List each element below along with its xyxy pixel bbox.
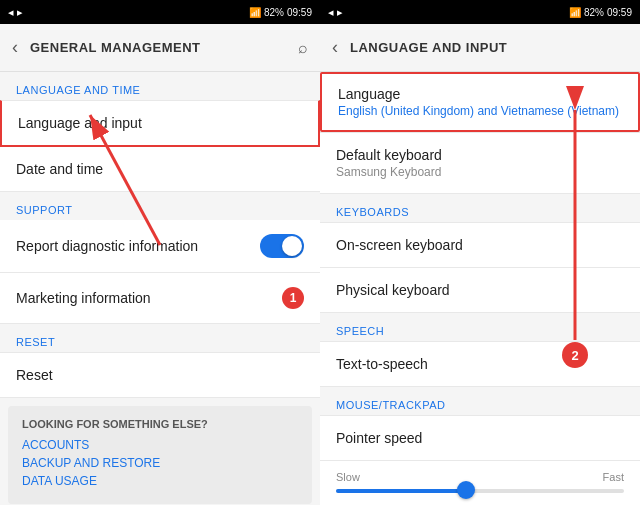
slider-labels: Slow Fast xyxy=(336,471,624,483)
badge-1: 1 xyxy=(282,287,304,309)
on-screen-keyboard-item[interactable]: On-screen keyboard xyxy=(320,222,640,268)
diagnostic-label: Report diagnostic information xyxy=(16,238,198,254)
search-icon[interactable]: ⌕ xyxy=(298,39,308,57)
slider-thumb[interactable] xyxy=(457,481,475,499)
reset-item[interactable]: Reset xyxy=(0,352,320,398)
accounts-link[interactable]: ACCOUNTS xyxy=(22,438,298,452)
slider-track[interactable] xyxy=(336,489,624,493)
pointer-speed-label: Pointer speed xyxy=(336,430,624,446)
section-label-support: SUPPORT xyxy=(0,192,320,220)
status-signal-right-icon: 📶 xyxy=(569,7,581,18)
physical-keyboard-label: Physical keyboard xyxy=(336,282,624,298)
marketing-label: Marketing information xyxy=(16,290,151,306)
status-battery: 82% xyxy=(264,7,284,18)
language-title: Language xyxy=(338,86,622,102)
slider-fill xyxy=(336,489,466,493)
right-panel-title: LANGUAGE AND INPUT xyxy=(350,40,628,55)
diagnostic-toggle[interactable] xyxy=(260,234,304,258)
left-panel-title: GENERAL MANAGEMENT xyxy=(30,40,286,55)
language-input-label: Language and input xyxy=(18,115,302,131)
section-label-language-time: LANGUAGE AND TIME xyxy=(0,72,320,100)
default-keyboard-item[interactable]: Default keyboard Samsung Keyboard xyxy=(320,132,640,194)
default-keyboard-subtitle: Samsung Keyboard xyxy=(336,165,624,179)
section-speech: SPEECH xyxy=(320,313,640,341)
status-battery-right: 82% xyxy=(584,7,604,18)
on-screen-keyboard-label: On-screen keyboard xyxy=(336,237,624,253)
date-time-label: Date and time xyxy=(16,161,304,177)
status-signal: ◂ ▸ xyxy=(8,6,23,19)
back-button-left[interactable]: ‹ xyxy=(12,37,18,58)
bottom-card: LOOKING FOR SOMETHING ELSE? ACCOUNTS BAC… xyxy=(8,406,312,504)
diagnostic-item[interactable]: Report diagnostic information xyxy=(0,220,320,273)
pointer-speed-item[interactable]: Pointer speed xyxy=(320,415,640,461)
right-header: ‹ LANGUAGE AND INPUT xyxy=(320,24,640,72)
tts-item[interactable]: Text-to-speech xyxy=(320,341,640,387)
bottom-card-title: LOOKING FOR SOMETHING ELSE? xyxy=(22,418,298,430)
status-bar-left: ◂ ▸ 📶 82% 09:59 xyxy=(0,0,320,24)
right-content: Language English (United Kingdom) and Vi… xyxy=(320,72,640,505)
reset-label: Reset xyxy=(16,367,304,383)
default-keyboard-title: Default keyboard xyxy=(336,147,624,163)
marketing-item[interactable]: Marketing information 1 xyxy=(0,273,320,324)
physical-keyboard-item[interactable]: Physical keyboard xyxy=(320,268,640,313)
slider-container: Slow Fast xyxy=(320,461,640,505)
left-header: ‹ GENERAL MANAGEMENT ⌕ xyxy=(0,24,320,72)
status-time: 09:59 xyxy=(287,7,312,18)
slider-slow-label: Slow xyxy=(336,471,360,483)
status-signal-icon: 📶 xyxy=(249,7,261,18)
backup-link[interactable]: BACKUP AND RESTORE xyxy=(22,456,298,470)
status-signal-right: ◂ ▸ xyxy=(328,6,343,19)
left-content: LANGUAGE AND TIME Language and input Dat… xyxy=(0,72,320,505)
section-mouse: MOUSE/TRACKPAD xyxy=(320,387,640,415)
date-and-time-item[interactable]: Date and time xyxy=(0,147,320,192)
tts-label: Text-to-speech xyxy=(336,356,624,372)
status-bar-right: ◂ ▸ 📶 82% 09:59 xyxy=(320,0,640,24)
back-button-right[interactable]: ‹ xyxy=(332,37,338,58)
data-usage-link[interactable]: DATA USAGE xyxy=(22,474,298,488)
language-subtitle: English (United Kingdom) and Vietnamese … xyxy=(338,104,622,118)
language-and-input-item[interactable]: Language and input xyxy=(0,100,320,147)
section-keyboards: KEYBOARDS xyxy=(320,194,640,222)
slider-fast-label: Fast xyxy=(603,471,624,483)
language-item[interactable]: Language English (United Kingdom) and Vi… xyxy=(320,72,640,132)
status-time-right: 09:59 xyxy=(607,7,632,18)
section-label-reset: RESET xyxy=(0,324,320,352)
